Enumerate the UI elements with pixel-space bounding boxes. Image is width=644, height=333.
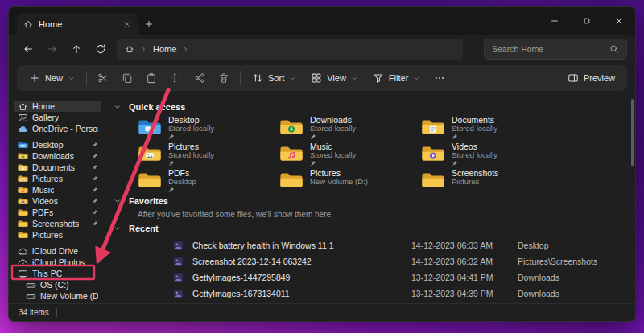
sidebar-item-home[interactable]: Home xyxy=(14,101,101,112)
delete-button[interactable] xyxy=(212,68,236,88)
section-recent[interactable]: Recent xyxy=(114,222,624,235)
desktop-background: Home Home Search Home xyxy=(0,0,644,333)
quick-access-folder-downloads[interactable]: DownloadsStored locally xyxy=(279,116,421,139)
search-input[interactable]: Search Home xyxy=(484,39,627,60)
new-button[interactable]: New xyxy=(22,68,82,88)
sidebar-item-icloud-photos[interactable]: iCloud Photos xyxy=(14,257,101,268)
image-file-icon xyxy=(173,273,192,283)
folder-tile-text: DownloadsStored locally xyxy=(310,116,356,139)
recent-file-date: 13-12-2023 04:39 PM xyxy=(411,289,518,298)
section-title: Quick access xyxy=(129,102,185,112)
tab-label: Home xyxy=(39,19,62,29)
sidebar-item-pictures[interactable]: Pictures xyxy=(14,229,101,240)
more-options-button[interactable] xyxy=(427,68,452,88)
recent-files-list: Check battery health in Windows 11 114-1… xyxy=(173,237,624,302)
items-count: 34 items xyxy=(19,308,49,317)
folder-downloads-icon xyxy=(18,152,28,161)
recent-file-row[interactable]: GettyImages-144729584913-12-2023 04:41 P… xyxy=(173,269,624,286)
sidebar-item-label: Pictures xyxy=(32,174,63,183)
chevron-down-icon[interactable] xyxy=(114,224,122,232)
sidebar-item-icloud-drive[interactable]: iCloud Drive xyxy=(14,245,101,257)
view-button[interactable]: View xyxy=(303,68,365,88)
sidebar-item-onedrive-personal[interactable]: OneDrive - Personal xyxy=(14,123,101,134)
sidebar-item-screenshots[interactable]: Screenshots xyxy=(14,218,101,229)
forward-button[interactable] xyxy=(41,38,64,60)
quick-access-folder-videos[interactable]: VideosStored locally xyxy=(421,142,563,166)
pin-icon xyxy=(92,198,98,204)
paste-button[interactable] xyxy=(139,68,163,88)
copy-button[interactable] xyxy=(115,68,139,88)
quick-access-folder-pictures[interactable]: PicturesStored locally xyxy=(138,142,279,166)
sidebar-item-label: Documents xyxy=(32,162,75,172)
rename-button[interactable] xyxy=(163,68,188,88)
recent-file-location: Downloads xyxy=(518,273,624,282)
quick-access-folder-pdfs[interactable]: PDFsDesktop xyxy=(138,169,279,192)
pin-icon xyxy=(92,175,98,182)
divider xyxy=(86,71,87,85)
tab-home[interactable]: Home xyxy=(17,13,138,35)
vertical-scrollbar[interactable] xyxy=(631,99,634,166)
quick-access-folder-desktop[interactable]: DesktopStored locally xyxy=(138,116,279,139)
quick-access-folder-documents[interactable]: DocumentsStored locally xyxy=(421,116,563,139)
image-file-icon xyxy=(173,240,192,251)
tab-close-icon[interactable] xyxy=(123,20,131,28)
chevron-down-icon[interactable] xyxy=(114,103,122,111)
drive-icon xyxy=(26,280,36,290)
sidebar-item-pictures[interactable]: Pictures xyxy=(14,173,101,184)
folder-tile-text: ScreenshotsPictures xyxy=(452,169,498,192)
folder-icon xyxy=(421,169,445,192)
minimize-button[interactable] xyxy=(539,7,571,35)
folder-name: Desktop xyxy=(168,116,214,124)
close-button[interactable] xyxy=(603,7,635,35)
gallery-icon xyxy=(18,113,28,123)
sidebar-item-pdfs[interactable]: PDFs xyxy=(14,207,101,218)
section-favorites[interactable]: Favorites xyxy=(114,195,624,208)
section-quick-access[interactable]: Quick access xyxy=(114,101,624,113)
content-pane: Quick access DesktopStored locallyDownlo… xyxy=(104,96,635,303)
sidebar-item-os-c[interactable]: OS (C:) xyxy=(14,279,101,290)
up-button[interactable] xyxy=(65,38,88,60)
sidebar-item-gallery[interactable]: Gallery xyxy=(14,112,101,123)
sidebar-item-label: Gallery xyxy=(32,113,59,122)
new-tab-button[interactable] xyxy=(138,13,160,35)
share-button[interactable] xyxy=(188,68,212,88)
cut-button[interactable] xyxy=(91,68,115,88)
quick-access-folder-pictures[interactable]: PicturesNew Volume (D:) xyxy=(279,169,421,192)
recent-file-row[interactable]: Check battery health in Windows 11 114-1… xyxy=(173,237,624,253)
maximize-button[interactable] xyxy=(571,7,603,35)
preview-button[interactable]: Preview xyxy=(560,68,622,88)
chevron-down-icon xyxy=(413,75,420,82)
recent-file-row[interactable]: GettyImages-167313401113-12-2023 04:39 P… xyxy=(173,286,624,302)
chevron-down-icon xyxy=(289,75,296,82)
recent-file-row[interactable]: Screenshot 2023-12-14 06324214-12-2023 0… xyxy=(173,253,624,269)
folder-name: Documents xyxy=(452,116,497,124)
breadcrumb-root[interactable]: Home xyxy=(153,44,176,54)
pin-icon xyxy=(168,160,214,166)
quick-access-folder-screenshots[interactable]: ScreenshotsPictures xyxy=(421,169,563,192)
search-icon[interactable] xyxy=(609,44,619,54)
drive-icon xyxy=(26,291,36,302)
sidebar-item-this-pc[interactable]: This PC xyxy=(14,268,101,279)
filter-button[interactable]: Filter xyxy=(365,68,427,88)
folder-videos-icon xyxy=(18,197,28,206)
quick-access-folder-music[interactable]: MusicStored locally xyxy=(279,142,421,166)
sidebar-item-videos[interactable]: Videos xyxy=(14,195,101,207)
sidebar-item-documents[interactable]: Documents xyxy=(14,162,101,173)
sidebar-item-new-volume-d[interactable]: New Volume (D:) xyxy=(14,290,101,302)
recent-file-name: GettyImages-1673134011 xyxy=(192,289,411,298)
folder-subtitle: Pictures xyxy=(452,178,498,186)
refresh-button[interactable] xyxy=(89,38,112,60)
folder-documents-icon xyxy=(421,116,445,139)
sidebar-item-desktop[interactable]: Desktop xyxy=(14,139,101,150)
sidebar-item-downloads[interactable]: Downloads xyxy=(14,150,101,162)
folder-documents-icon xyxy=(18,163,28,172)
chevron-down-icon[interactable] xyxy=(114,197,122,205)
sort-button[interactable]: Sort xyxy=(245,68,303,88)
breadcrumb[interactable]: Home xyxy=(117,39,463,60)
back-button[interactable] xyxy=(17,38,39,60)
view-icon xyxy=(311,72,322,84)
sort-button-label: Sort xyxy=(268,73,284,83)
chevron-down-icon xyxy=(68,75,75,82)
view-button-label: View xyxy=(327,73,346,83)
sidebar-item-music[interactable]: Music xyxy=(14,184,101,195)
